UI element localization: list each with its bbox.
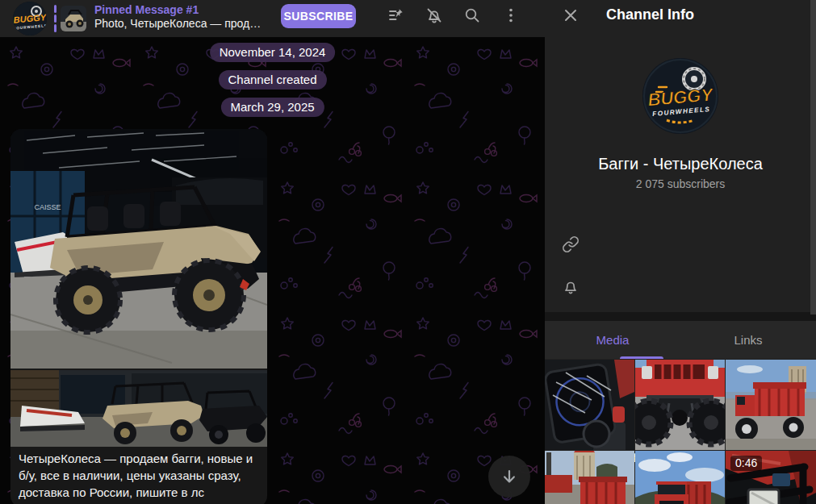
pinned-message-thumbnail[interactable] — [61, 6, 86, 31]
chat-column: BUGGY FOURWHEELS Pinned Message #1 — [0, 0, 545, 504]
message-photo-showroom-night[interactable]: CAISSE — [10, 129, 267, 369]
notifications-row[interactable]: Notifications — [545, 271, 816, 303]
subscriber-count: 2 075 subscribers — [545, 177, 816, 190]
link-icon — [562, 235, 580, 253]
pinned-indicator-segment — [54, 24, 56, 32]
shared-media-tabs: Media Links — [545, 321, 816, 359]
showroom-sign-text: CAISSE — [34, 203, 61, 211]
media-thumb-truck-rear[interactable] — [635, 360, 725, 450]
subscribe-button[interactable]: SUBSCRIBE — [281, 4, 356, 28]
message-photo-showroom-day[interactable] — [10, 370, 267, 447]
buggy-logo-large: BUGGY FOURWHEELS — [642, 58, 718, 134]
date-badge: November 14, 2024 — [210, 43, 336, 62]
active-tab-underline — [620, 356, 663, 359]
channel-created-badge: Channel created — [218, 70, 326, 90]
pinned-list-icon[interactable] — [387, 6, 406, 25]
media-thumb-headlight-video[interactable]: 0:46 — [726, 451, 816, 504]
scroll-down-button[interactable] — [488, 456, 530, 498]
tab-links[interactable]: Links — [680, 321, 816, 359]
channel-info-panel: Channel Info BUGGY FOURWHEELS Багги - Че… — [545, 0, 816, 504]
pinned-indicator-segment — [54, 15, 56, 23]
channel-link-row[interactable]: t.me/fourkolesa Link — [545, 223, 816, 266]
arrow-down-icon — [500, 467, 519, 486]
message-caption: ЧетыреКолеса — продаем багги, новые и б/… — [10, 447, 267, 504]
mute-bell-icon[interactable] — [425, 6, 444, 25]
chat-header-bar: BUGGY FOURWHEELS Pinned Message #1 — [0, 0, 545, 37]
close-icon[interactable] — [561, 6, 580, 25]
channel-avatar-large[interactable]: BUGGY FOURWHEELS — [642, 58, 718, 134]
media-thumb-yard-truck[interactable] — [545, 451, 634, 504]
panel-scrollbar-thumb[interactable] — [810, 0, 816, 314]
panel-title: Channel Info — [606, 6, 694, 23]
pinned-message-title[interactable]: Pinned Message #1 — [94, 3, 199, 16]
channel-avatar-small[interactable]: BUGGY FOURWHEELS — [13, 2, 47, 35]
channel-name: Багги - ЧетыреКолеса — [545, 155, 816, 173]
more-menu-icon[interactable] — [501, 6, 521, 25]
pinned-message-preview[interactable]: Photo, ЧетыреКолеса — прод… — [94, 17, 261, 30]
tab-media[interactable]: Media — [545, 321, 680, 359]
pinned-indicator-segment — [54, 5, 56, 13]
date-badge: March 29, 2025 — [220, 98, 324, 117]
media-thumb-truck-front[interactable] — [635, 451, 725, 504]
video-duration-badge: 0:46 — [730, 456, 762, 471]
bell-icon — [562, 278, 580, 296]
telegram-app: BUGGY FOURWHEELS Pinned Message #1 — [0, 0, 816, 504]
search-icon[interactable] — [462, 6, 482, 25]
buggy-logo-small: BUGGY FOURWHEELS — [13, 2, 47, 35]
media-thumb-dump-truck[interactable] — [726, 360, 816, 450]
channel-message: CAISSE — [10, 129, 267, 504]
section-divider — [545, 312, 816, 321]
media-grid: 0:46 — [545, 360, 816, 504]
media-thumb-dashboard[interactable] — [545, 360, 634, 450]
